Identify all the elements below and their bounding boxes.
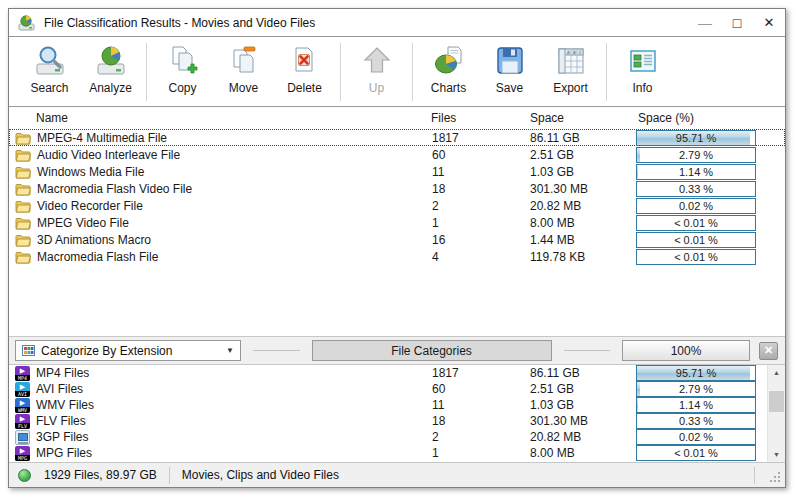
info-button[interactable]: Info xyxy=(614,39,671,105)
row-files-count: 11 xyxy=(431,165,530,179)
classification-row[interactable]: Video Recorder File220.82 MB0.02 % xyxy=(9,197,785,214)
row-name-cell: ▶WMVWMV Files xyxy=(9,398,431,413)
row-name-cell: 3D Animations Macro xyxy=(9,233,431,247)
row-percent-cell: 2.79 % xyxy=(636,147,758,163)
categorize-mode-dropdown[interactable]: Categorize By Extension ▼ xyxy=(15,340,241,361)
space-percent-label: 0.33 % xyxy=(637,414,755,428)
status-led-icon xyxy=(18,469,31,482)
row-icon xyxy=(15,182,31,196)
row-files-count: 1 xyxy=(431,216,530,230)
categories-grid-icon xyxy=(22,345,35,356)
search-button[interactable]: Search xyxy=(21,39,78,105)
toolbar-button-label: Up xyxy=(369,81,384,95)
column-header-space[interactable]: Space xyxy=(530,111,636,125)
row-files-count: 1 xyxy=(431,446,530,460)
row-name-cell: Audio Video Interleave File xyxy=(9,148,431,162)
row-space: 1.44 MB xyxy=(530,233,636,247)
row-name: MP4 Files xyxy=(36,366,89,380)
row-name-cell: Macromedia Flash Video File xyxy=(9,182,431,196)
vertical-scrollbar[interactable]: ▲ ▼ xyxy=(767,365,785,462)
row-icon xyxy=(15,430,30,445)
folder-icon xyxy=(15,233,31,247)
minimize-button[interactable]: — xyxy=(689,10,721,36)
zoom-level-button[interactable]: 100% xyxy=(622,340,750,361)
file-categories-button[interactable]: File Categories xyxy=(312,340,552,361)
mpg-file-icon: ▶MPG xyxy=(15,446,30,461)
file-type-row[interactable]: ▶FLVFLV Files18301.30 MB0.33 % xyxy=(9,413,767,429)
scroll-up-icon[interactable]: ▲ xyxy=(768,365,785,380)
app-icon xyxy=(18,15,36,31)
row-percent-cell: 2.79 % xyxy=(636,381,758,397)
row-space: 20.82 MB xyxy=(530,199,636,213)
up-button[interactable]: Up xyxy=(348,39,405,105)
row-name-cell: ▶MPGMPG Files xyxy=(9,446,431,461)
row-name: AVI Files xyxy=(36,382,83,396)
scrollbar-thumb[interactable] xyxy=(769,391,784,412)
classification-row[interactable]: MPEG-4 Multimedia File181786.11 GB95.71 … xyxy=(9,129,785,146)
classification-list: MPEG-4 Multimedia File181786.11 GB95.71 … xyxy=(9,129,785,336)
row-percent-cell: 0.02 % xyxy=(636,198,758,214)
up-arrow-icon xyxy=(360,43,394,79)
classification-row[interactable]: 3D Animations Macro161.44 MB< 0.01 % xyxy=(9,231,785,248)
analyze-button[interactable]: Analyze xyxy=(82,39,139,105)
classification-row[interactable]: Windows Media File111.03 GB1.14 % xyxy=(9,163,785,180)
row-name-cell: ▶FLVFLV Files xyxy=(9,414,431,429)
file-type-row[interactable]: ▶AVIAVI Files602.51 GB2.79 % xyxy=(9,381,767,397)
scroll-down-icon[interactable]: ▼ xyxy=(768,447,785,462)
classification-row[interactable]: Macromedia Flash Video File18301.30 MB0.… xyxy=(9,180,785,197)
charts-button[interactable]: Charts xyxy=(420,39,477,105)
wmv-file-icon: ▶WMV xyxy=(15,398,30,413)
row-name: 3GP Files xyxy=(36,430,88,444)
space-percent-label: 0.02 % xyxy=(637,430,755,444)
chevron-down-icon: ▼ xyxy=(226,346,234,355)
row-name-cell: 3GP Files xyxy=(9,430,431,445)
folder-icon xyxy=(15,165,31,179)
scrollbar-track[interactable] xyxy=(768,380,785,447)
row-icon xyxy=(15,250,31,264)
row-name: FLV Files xyxy=(36,414,86,428)
row-name-cell: ▶AVIAVI Files xyxy=(9,382,431,397)
toolbar-button-label: Save xyxy=(496,81,523,95)
resize-grip-icon[interactable] xyxy=(767,469,783,485)
row-files-count: 1817 xyxy=(431,366,530,380)
row-percent-cell: 95.71 % xyxy=(636,365,758,381)
space-percent-label: 95.71 % xyxy=(637,131,755,145)
column-header-name[interactable]: Name xyxy=(9,111,431,125)
folder-icon xyxy=(15,250,31,264)
row-space: 20.82 MB xyxy=(530,430,636,444)
close-panel-button[interactable]: ✕ xyxy=(759,342,778,360)
svg-text:C: C xyxy=(579,50,582,55)
space-percent-label: 1.14 % xyxy=(637,398,755,412)
file-type-row[interactable]: ▶MPGMPG Files18.00 MB< 0.01 % xyxy=(9,445,767,461)
save-floppy-icon xyxy=(493,43,527,79)
row-space: 2.51 GB xyxy=(530,382,636,396)
maximize-button[interactable]: □ xyxy=(721,10,753,36)
export-button[interactable]: A B C Export xyxy=(542,39,599,105)
column-header-space-percent[interactable]: Space (%) xyxy=(636,111,758,125)
save-button[interactable]: Save xyxy=(481,39,538,105)
toolbar-button-label: Move xyxy=(229,81,258,95)
row-name: MPEG Video File xyxy=(37,216,129,230)
row-percent-cell: 0.33 % xyxy=(636,413,758,429)
column-header-files[interactable]: Files xyxy=(431,111,530,125)
file-type-row[interactable]: ▶WMVWMV Files111.03 GB1.14 % xyxy=(9,397,767,413)
divider-line xyxy=(564,350,611,351)
row-percent-cell: < 0.01 % xyxy=(636,232,758,248)
row-percent-cell: 0.02 % xyxy=(636,429,758,445)
row-name: MPEG-4 Multimedia File xyxy=(37,131,167,145)
file-type-row[interactable]: ▶MP4MP4 Files181786.11 GB95.71 % xyxy=(9,365,767,381)
classification-row[interactable]: Macromedia Flash File4119.78 KB< 0.01 % xyxy=(9,248,785,265)
classification-row[interactable]: Audio Video Interleave File602.51 GB2.79… xyxy=(9,146,785,163)
file-type-row[interactable]: 3GP Files220.82 MB0.02 % xyxy=(9,429,767,445)
move-button[interactable]: Move xyxy=(215,39,272,105)
space-percent-bar: 0.33 % xyxy=(636,413,756,429)
space-percent-label: < 0.01 % xyxy=(637,233,755,247)
classification-row[interactable]: MPEG Video File18.00 MB< 0.01 % xyxy=(9,214,785,231)
row-name-cell: MPEG-4 Multimedia File xyxy=(9,131,431,145)
delete-button[interactable]: Delete xyxy=(276,39,333,105)
copy-button[interactable]: Copy xyxy=(154,39,211,105)
space-percent-bar: < 0.01 % xyxy=(636,215,756,231)
close-button[interactable]: ✕ xyxy=(753,10,785,36)
row-name-cell: Windows Media File xyxy=(9,165,431,179)
row-icon: ▶AVI xyxy=(15,382,30,397)
